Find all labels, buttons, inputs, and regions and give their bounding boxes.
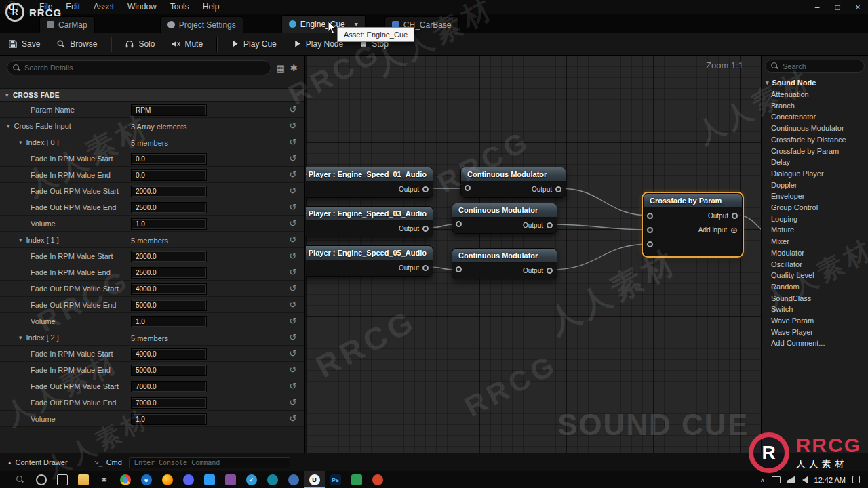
index-0-fade-out-rpm-value-end-field[interactable] (131, 202, 207, 214)
details-settings-gear-icon[interactable]: ✱ (290, 63, 298, 73)
reset-to-default-icon[interactable]: ↺ (281, 153, 304, 163)
taskbar-mail-icon[interactable]: ✉ (94, 471, 115, 488)
expand-arrow-icon[interactable]: ▾ (19, 334, 22, 341)
details-search-box[interactable] (7, 60, 271, 75)
taskbar-cortana-icon[interactable] (31, 471, 52, 488)
node-continuous-modulator[interactable]: Continuous ModulatorOutput (452, 248, 557, 279)
index-1-volume-field[interactable] (131, 316, 207, 327)
output-pin[interactable] (555, 186, 561, 192)
index-0-volume-field[interactable] (131, 218, 207, 230)
tab-carmap[interactable]: CarMap (39, 16, 95, 33)
param-name-field[interactable] (131, 104, 207, 116)
mute-button[interactable]: Mute (163, 33, 211, 56)
palette-item-wave-player[interactable]: Wave Player (762, 327, 868, 338)
palette-item-mature[interactable]: Mature (762, 224, 868, 236)
palette-item-looping[interactable]: Looping (762, 214, 868, 225)
node-continuous-modulator[interactable]: Continuous ModulatorOutput (452, 203, 557, 234)
index-2-fade-in-rpm-value-end-field[interactable] (131, 365, 207, 376)
input-pin[interactable] (647, 241, 653, 247)
taskbar-check-app-icon[interactable]: ✓ (241, 471, 262, 488)
volume-icon[interactable] (802, 476, 808, 483)
index-2-volume-field[interactable] (131, 413, 207, 425)
taskbar-discord-icon[interactable] (178, 471, 199, 488)
graph-canvas[interactable]: Wave Player : Engine_Speed_01_AudioOutpu… (306, 56, 761, 453)
expand-arrow-icon[interactable]: ▾ (7, 123, 10, 129)
details-view-options-icon[interactable]: ▦ (277, 63, 285, 73)
palette-item-group-control[interactable]: Group Control (762, 202, 868, 214)
palette-item-dialogue-player[interactable]: Dialogue Player (762, 168, 868, 180)
palette-item-doppler[interactable]: Doppler (762, 180, 868, 191)
palette-item-oscillator[interactable]: Oscillator (762, 259, 868, 270)
solo-button[interactable]: Solo (117, 33, 163, 56)
reset-to-default-icon[interactable]: ↺ (281, 202, 304, 212)
reset-to-default-icon[interactable]: ↺ (281, 186, 304, 196)
index-1-fade-in-rpm-value-start-field[interactable] (131, 251, 207, 262)
save-button[interactable]: Save (0, 33, 48, 56)
palette-item-crossfade-by-param[interactable]: Crossfade by Param (762, 146, 868, 157)
reset-to-default-icon[interactable]: ↺ (281, 348, 304, 359)
menu-file[interactable]: File (33, 0, 59, 14)
collapse-arrow-icon[interactable]: ▾ (5, 92, 9, 98)
network-icon[interactable] (787, 476, 795, 483)
output-pin[interactable] (422, 186, 429, 192)
palette-item-modulator[interactable]: Modulator (762, 247, 868, 259)
tab-project-settings[interactable]: Project Settings (160, 16, 243, 33)
reset-to-default-icon[interactable]: ↺ (281, 251, 304, 261)
hidden-icons-chevron[interactable]: ∧ (760, 476, 765, 483)
maximize-button[interactable]: □ (827, 0, 848, 14)
node-continuous-modulator[interactable]: Continuous ModulatorOutput (460, 167, 566, 198)
display-icon[interactable] (772, 476, 781, 483)
output-pin[interactable] (547, 268, 553, 274)
taskbar-search-icon[interactable] (9, 471, 31, 488)
taskbar-photoshop-icon[interactable]: Ps (325, 471, 346, 488)
index-2-fade-out-rpm-value-end-field[interactable] (131, 397, 207, 409)
reset-to-default-icon[interactable]: ↺ (281, 218, 304, 228)
console-input[interactable] (129, 457, 290, 468)
taskbar-chrome-icon[interactable] (115, 471, 136, 488)
menu-tools[interactable]: Tools (163, 0, 196, 14)
play-cue-button[interactable]: Play Cue (222, 33, 285, 56)
browse-button[interactable]: Browse (48, 33, 105, 56)
node-wave-player-engine-speed-03-audio[interactable]: Wave Player : Engine_Speed_03_AudioOutpu… (306, 206, 433, 237)
taskbar-app-red-icon[interactable] (367, 471, 388, 488)
taskbar-visual-studio-icon[interactable] (220, 471, 241, 488)
cmd-button[interactable]: >_ Cmd (95, 458, 122, 466)
taskbar-unreal-icon[interactable]: U (304, 471, 325, 488)
reset-to-default-icon[interactable]: ↺ (281, 365, 304, 375)
reset-to-default-icon[interactable]: ↺ (281, 300, 304, 310)
palette-item-random[interactable]: Random (762, 281, 868, 293)
reset-to-default-icon[interactable]: ↺ (281, 104, 304, 115)
index-2-fade-out-rpm-value-start-field[interactable] (131, 381, 207, 392)
details-section-header[interactable]: ▾ CROSS FADE (0, 88, 304, 102)
taskbar-app-green-icon[interactable] (346, 471, 367, 488)
palette-item-enveloper[interactable]: Enveloper (762, 190, 868, 202)
reset-to-default-icon[interactable]: ↺ (281, 413, 304, 424)
expand-arrow-icon[interactable]: ▾ (19, 139, 22, 146)
palette-search-box[interactable] (765, 60, 865, 73)
index-1-fade-in-rpm-value-end-field[interactable] (131, 267, 207, 279)
reset-to-default-icon[interactable]: ↺ (281, 316, 304, 326)
node-crossfade-by-param[interactable]: Crossfade by ParamOutputAdd input⊕ (643, 193, 743, 256)
output-pin[interactable] (422, 226, 429, 232)
reset-to-default-icon[interactable]: ↺ (281, 397, 304, 407)
palette-item-delay[interactable]: Delay (762, 157, 868, 168)
node-wave-player-engine-speed-05-audio[interactable]: Wave Player : Engine_Speed_05_AudioOutpu… (306, 245, 433, 277)
palette-item-attenuation[interactable]: Attenuation (762, 89, 868, 100)
unreal-logo-icon[interactable]: U (5, 1, 18, 14)
menu-help[interactable]: Help (196, 0, 226, 14)
taskbar-edge-icon[interactable]: e (136, 471, 157, 488)
node-wave-player-engine-speed-01-audio[interactable]: Wave Player : Engine_Speed_01_AudioOutpu… (306, 167, 433, 198)
palette-item-quality-level[interactable]: Quality Level (762, 270, 868, 281)
reset-to-default-icon[interactable]: ↺ (281, 332, 304, 342)
palette-item-crossfade-by-distance[interactable]: Crossfade by Distance (762, 134, 868, 146)
reset-to-default-icon[interactable]: ↺ (281, 137, 304, 147)
output-pin[interactable] (422, 265, 429, 271)
palette-item-continuous-modulator[interactable]: Continuous Modulator (762, 123, 868, 134)
menu-asset[interactable]: Asset (87, 0, 121, 14)
palette-category-header[interactable]: ▾ Sound Node (762, 77, 868, 89)
palette-item-add-comment[interactable]: Add Comment... (762, 338, 868, 349)
collapse-arrow-icon[interactable]: ▾ (766, 79, 769, 86)
reset-to-default-icon[interactable]: ↺ (281, 235, 304, 245)
notification-center-icon[interactable] (852, 476, 860, 483)
index-1-fade-out-rpm-value-start-field[interactable] (131, 283, 207, 295)
